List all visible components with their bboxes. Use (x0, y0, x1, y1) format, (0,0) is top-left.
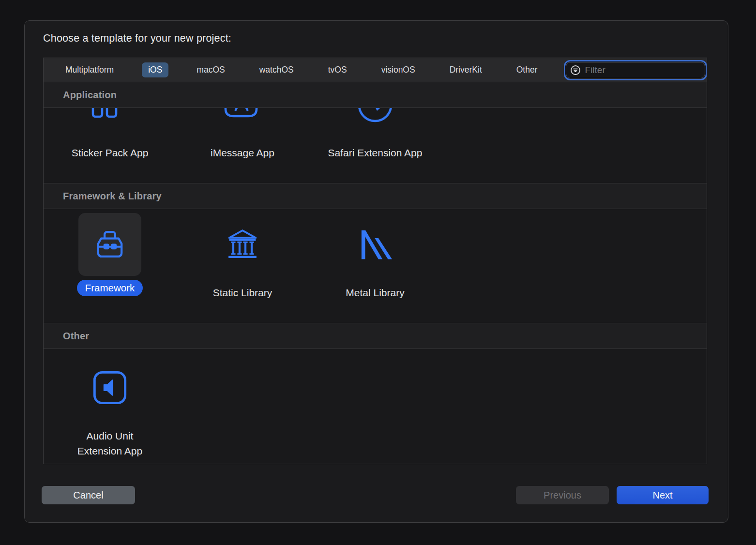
template-chooser-panel: Multiplatform iOS macOS watchOS tvOS vis… (43, 58, 707, 464)
speaker-icon (89, 366, 131, 409)
section-header-other: Other (44, 323, 707, 349)
template-item-static-library[interactable]: Static Library (176, 209, 309, 323)
template-item-label: Safari Extension App (328, 145, 423, 160)
tab-ios[interactable]: iOS (142, 62, 168, 77)
item-icon-area (344, 213, 407, 276)
sticker-pack-icon (91, 108, 128, 122)
section-application: Sticker Pack App iMessage App (44, 108, 707, 183)
template-item-safari-extension-app[interactable]: Safari Extension App (309, 108, 441, 183)
tab-other[interactable]: Other (510, 62, 544, 77)
filter-circle-icon (570, 65, 581, 76)
previous-button[interactable]: Previous (516, 486, 609, 504)
template-item-label: iMessage App (211, 145, 274, 160)
dialog-title: Choose a template for your new project: (43, 32, 231, 45)
filter-field[interactable] (566, 62, 705, 78)
section-header-framework-library: Framework & Library (44, 183, 707, 209)
filter-input[interactable] (584, 64, 705, 76)
section-other: Audio Unit Extension App (44, 349, 707, 464)
template-item-metal-library[interactable]: Metal Library (309, 209, 441, 323)
item-icon-area (211, 213, 274, 276)
template-item-imessage-app[interactable]: iMessage App (176, 108, 309, 183)
tab-driverkit[interactable]: DriverKit (443, 62, 488, 77)
template-item-audio-unit-extension-app[interactable]: Audio Unit Extension App (44, 349, 176, 464)
next-button[interactable]: Next (617, 486, 709, 504)
new-project-template-dialog: Choose a template for your new project: … (24, 20, 728, 523)
template-item-label: Sticker Pack App (72, 145, 149, 160)
template-item-label: Metal Library (346, 285, 404, 300)
tab-macos[interactable]: macOS (190, 62, 231, 77)
platform-tabbar: Multiplatform iOS macOS watchOS tvOS vis… (44, 58, 707, 82)
section-framework-library: Framework (44, 209, 707, 323)
template-item-label: Static Library (213, 285, 272, 300)
safari-compass-icon (356, 108, 394, 122)
metal-logo-icon (357, 226, 393, 263)
tab-multiplatform[interactable]: Multiplatform (59, 62, 120, 77)
tab-tvos[interactable]: tvOS (322, 62, 353, 77)
cancel-button[interactable]: Cancel (42, 486, 135, 504)
selected-item-highlight (78, 213, 141, 276)
template-item-sticker-pack-app[interactable]: Sticker Pack App (44, 108, 176, 183)
item-icon-area (78, 360, 141, 416)
tab-watchos[interactable]: watchOS (253, 62, 300, 77)
template-item-label: Audio Unit Extension App (65, 428, 155, 458)
section-header-application: Application (44, 82, 707, 108)
template-item-framework[interactable]: Framework (44, 209, 176, 323)
imessage-bubble-icon (223, 108, 262, 122)
library-building-icon (224, 226, 261, 263)
template-item-label: Framework (77, 280, 143, 296)
tab-visionos[interactable]: visionOS (375, 62, 422, 77)
toolbox-icon (91, 226, 129, 263)
